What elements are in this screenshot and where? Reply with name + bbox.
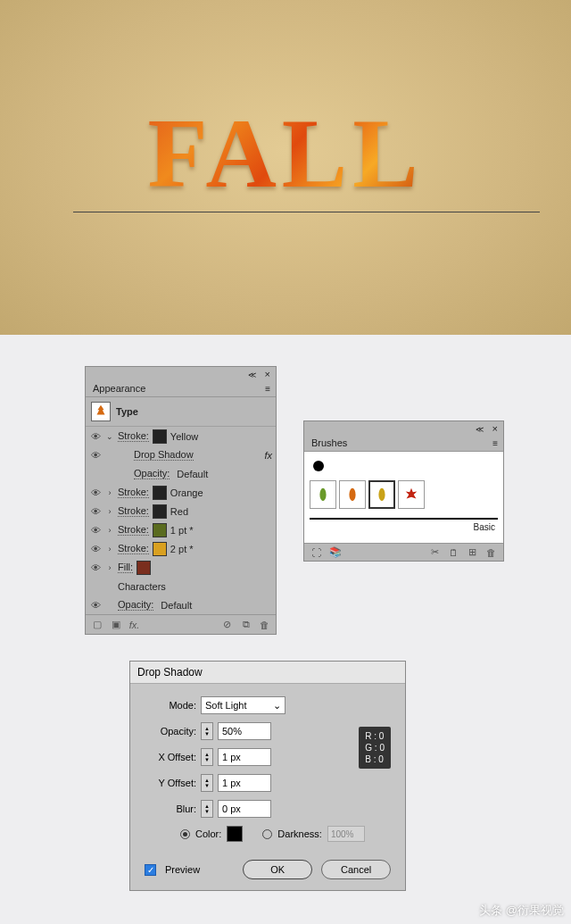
opacity-stepper[interactable]: ▲▼ [201,722,213,740]
visibility-icon[interactable]: 👁 [89,600,102,611]
brush-libraries-icon[interactable]: ⛶ [310,545,323,559]
chevron-down-icon: ⌄ [273,700,281,712]
remove-stroke-icon[interactable]: ✂ [428,545,442,559]
attr-label: Fill: [118,562,133,573]
color-swatch[interactable] [153,504,167,519]
darkness-label: Darkness: [277,828,322,839]
expand-icon[interactable]: › [105,526,114,535]
opacity-label: Opacity: [145,726,196,737]
fx-button[interactable]: fx. [128,618,141,631]
new-brush-icon[interactable]: ⊞ [466,545,479,559]
attr-label: Opacity: [118,599,153,611]
darkness-radio[interactable] [262,829,272,839]
attr-label: Stroke: [118,505,149,517]
color-swatch[interactable] [153,486,167,500]
yoffset-input[interactable]: 1 px [218,774,271,792]
attr-label: Stroke: [118,430,149,442]
panel-close-icon[interactable]: × [265,369,270,379]
panel-menu-icon[interactable]: ≡ [265,384,270,394]
clear-icon[interactable]: ⊘ [220,618,234,631]
mode-select[interactable]: Soft Light ⌄ [201,696,286,714]
appearance-row-fill[interactable]: 👁 › Fill: [86,558,276,577]
expand-icon[interactable]: › [105,563,114,572]
panel-title: Brushes [311,437,347,448]
blur-stepper[interactable]: ▲▼ [201,800,213,818]
attr-value: Default [161,600,192,611]
color-swatch[interactable] [137,561,151,575]
mode-label: Mode: [145,700,196,711]
library-menu-icon[interactable]: 📚 [328,545,342,559]
appearance-panel-header: Appearance ≡ [86,379,276,397]
visibility-icon[interactable]: 👁 [89,506,102,517]
fall-text: FALL [147,97,423,211]
visibility-icon[interactable]: 👁 [89,450,102,461]
svg-point-0 [313,461,324,471]
panel-close-icon[interactable]: × [492,423,498,434]
yoffset-stepper[interactable]: ▲▼ [201,774,213,792]
appearance-row-stroke-red[interactable]: 👁 › Stroke: Red [86,502,276,520]
svg-point-3 [378,488,385,501]
attr-label: Stroke: [118,487,149,498]
attr-label: Drop Shadow [134,449,194,461]
basic-label: Basic [310,520,498,537]
color-swatch[interactable] [153,429,167,444]
fx-icon: fx [264,450,272,461]
appearance-row-stroke-1pt[interactable]: 👁 › Stroke: 1 pt * [86,520,276,539]
blur-label: Blur: [145,803,196,814]
brush-leaf-orange[interactable] [339,480,366,509]
appearance-row-stroke-yellow[interactable]: 👁 ⌄ Stroke: Yellow [86,427,276,445]
new-fill-icon[interactable]: ▣ [109,618,122,631]
rgb-r: R : 0 [365,730,385,742]
panel-menu-icon[interactable]: ≡ [492,438,498,448]
xoffset-input[interactable]: 1 px [218,748,271,766]
trash-icon[interactable]: 🗑 [484,545,498,559]
appearance-row-stroke-2pt[interactable]: 👁 › Stroke: 2 pt * [86,539,276,558]
expand-icon[interactable]: › [105,545,114,554]
color-swatch[interactable] [153,523,167,537]
attr-label: Stroke: [118,543,149,554]
blur-input[interactable]: 0 px [218,800,271,818]
brush-leaf-maple[interactable] [398,480,425,509]
appearance-row-stroke-orange[interactable]: 👁 › Stroke: Orange [86,483,276,502]
attr-value: 2 pt * [170,544,194,554]
cancel-button[interactable]: Cancel [321,860,391,879]
shadow-color-swatch[interactable] [227,826,243,842]
visibility-icon[interactable]: 👁 [89,431,102,442]
rgb-g: G : 0 [365,742,385,753]
xoffset-stepper[interactable]: ▲▼ [201,748,213,766]
brushes-body: Basic [304,452,503,543]
appearance-panel: ≪ × Appearance ≡ Type 👁 ⌄ Stroke: Yellow [85,366,277,635]
appearance-row-characters[interactable]: Characters [86,577,276,595]
new-stroke-icon[interactable]: ▢ [90,618,103,631]
ok-button[interactable]: OK [243,860,312,879]
options-icon[interactable]: 🗒 [447,545,460,559]
panel-collapse-icon[interactable]: ≪ [476,425,484,434]
opacity-input[interactable]: 50% [218,722,271,740]
expand-icon[interactable]: ⌄ [105,432,114,441]
attr-label: Stroke: [118,524,149,536]
visibility-icon[interactable]: 👁 [89,487,102,498]
color-radio[interactable] [180,829,190,839]
expand-icon[interactable]: › [105,488,114,497]
visibility-icon[interactable]: 👁 [89,544,102,554]
trash-icon[interactable]: 🗑 [258,618,271,631]
panel-collapse-icon[interactable]: ≪ [248,370,256,379]
appearance-row-opacity2[interactable]: 👁 Opacity: Default [86,595,276,614]
panel-title: Appearance [93,383,145,394]
brush-leaf-green[interactable] [310,480,336,509]
visibility-icon[interactable]: 👁 [89,525,102,536]
preview-checkbox[interactable]: ✓ [145,864,156,876]
visibility-icon[interactable]: 👁 [89,562,102,573]
color-swatch[interactable] [153,542,167,556]
expand-icon[interactable]: › [105,507,114,516]
brush-leaf-yellow[interactable] [368,480,395,509]
duplicate-icon[interactable]: ⧉ [239,618,252,631]
rgb-readout: R : 0 G : 0 B : 0 [359,727,391,769]
appearance-row-opacity[interactable]: Opacity: Default [86,464,276,483]
attr-value: Red [170,506,188,517]
appearance-row-dropshadow[interactable]: 👁 Drop Shadow fx [86,445,276,464]
preview-label: Preview [165,864,200,875]
mode-value: Soft Light [205,700,246,711]
brush-default-dot[interactable] [310,457,327,475]
watermark: 头条 @衍果视觉 [479,903,564,919]
